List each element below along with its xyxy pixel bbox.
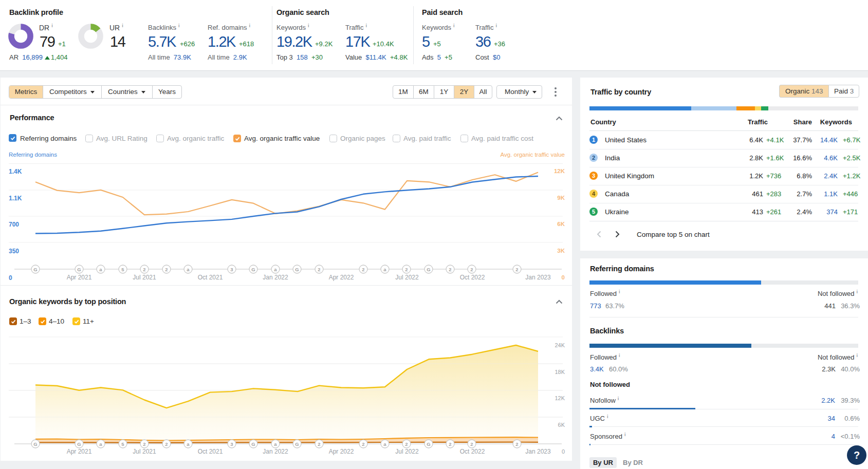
svg-text:a: a xyxy=(274,267,277,272)
svg-text:G: G xyxy=(251,441,255,447)
svg-text:G: G xyxy=(77,267,81,272)
svg-text:2: 2 xyxy=(515,441,518,447)
svg-text:3: 3 xyxy=(230,441,233,447)
svg-text:a: a xyxy=(187,267,190,272)
svg-text:2: 2 xyxy=(165,267,168,272)
svg-text:a: a xyxy=(274,441,277,447)
svg-text:5: 5 xyxy=(121,441,124,447)
svg-text:2: 2 xyxy=(470,441,473,447)
svg-text:a: a xyxy=(99,267,102,272)
svg-text:2: 2 xyxy=(362,267,364,272)
svg-text:G: G xyxy=(427,267,430,272)
svg-text:2: 2 xyxy=(362,441,364,447)
svg-text:2: 2 xyxy=(470,267,473,272)
svg-text:2: 2 xyxy=(449,267,451,272)
svg-text:G: G xyxy=(77,441,81,447)
svg-text:a: a xyxy=(383,441,386,447)
svg-text:G: G xyxy=(33,441,37,447)
svg-text:2: 2 xyxy=(449,441,451,447)
svg-text:G: G xyxy=(251,267,255,272)
svg-text:2: 2 xyxy=(143,441,145,447)
svg-text:G: G xyxy=(427,441,430,447)
svg-text:G: G xyxy=(295,441,299,447)
svg-text:a: a xyxy=(99,441,102,447)
svg-text:2: 2 xyxy=(405,441,408,447)
svg-text:3: 3 xyxy=(230,267,233,272)
svg-text:2: 2 xyxy=(165,441,168,447)
svg-text:G: G xyxy=(295,267,299,272)
svg-text:2: 2 xyxy=(405,267,408,272)
svg-text:2: 2 xyxy=(318,441,320,447)
svg-text:2: 2 xyxy=(515,267,518,272)
svg-text:2: 2 xyxy=(143,267,145,272)
svg-text:G: G xyxy=(33,267,37,272)
svg-text:a: a xyxy=(383,267,386,272)
svg-text:5: 5 xyxy=(121,267,124,272)
svg-text:a: a xyxy=(187,441,190,447)
svg-text:2: 2 xyxy=(318,267,320,272)
